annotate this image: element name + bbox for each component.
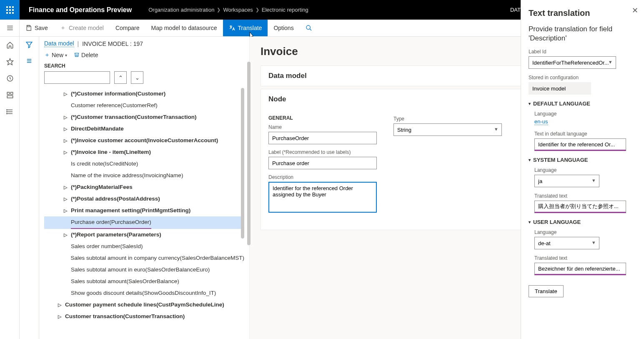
translation-subtitle: Provide translation for field 'Descripti… bbox=[529, 25, 636, 43]
system-translated-input[interactable] bbox=[534, 201, 626, 213]
tree-row[interactable]: ▷Customer payment schedule lines(CustPay… bbox=[44, 299, 244, 311]
modules-icon[interactable] bbox=[0, 103, 20, 120]
expand-icon[interactable]: ▷ bbox=[63, 193, 68, 205]
user-language-select[interactable]: de-at bbox=[534, 237, 599, 249]
expand-icon[interactable]: ▷ bbox=[63, 135, 68, 146]
svg-rect-23 bbox=[7, 92, 9, 94]
tree-row[interactable]: ▷(*)Postal address(PostalAddress) bbox=[44, 193, 244, 205]
expand-icon[interactable]: ▷ bbox=[63, 88, 68, 100]
options-button[interactable]: Options bbox=[268, 20, 299, 36]
tree-row[interactable]: ▷(*)Invoice line - item(LineItem) bbox=[44, 146, 244, 158]
home-icon[interactable] bbox=[0, 37, 20, 53]
svg-rect-1 bbox=[9, 6, 11, 8]
name-label: Name bbox=[268, 124, 377, 130]
create-model-button[interactable]: ＋ Create model bbox=[54, 20, 110, 36]
related-icon[interactable] bbox=[25, 57, 33, 66]
scrollbar-thumb[interactable] bbox=[241, 88, 244, 239]
scrollbar-thumb[interactable] bbox=[247, 62, 251, 245]
workspaces-icon[interactable] bbox=[0, 87, 20, 103]
tree-row[interactable]: Purchase order(PurchaseOrder) bbox=[44, 216, 244, 229]
expand-icon[interactable]: ▷ bbox=[63, 123, 68, 135]
filter-icon[interactable] bbox=[25, 41, 33, 50]
system-language-heading[interactable]: SYSTEM LANGUAGE bbox=[529, 157, 636, 163]
system-language-select[interactable]: ja bbox=[534, 175, 599, 187]
default-language-link[interactable]: en-us bbox=[534, 118, 548, 125]
search-row: ⌃ ⌄ bbox=[44, 71, 244, 84]
tree-row-label: Purchase order(PurchaseOrder) bbox=[71, 216, 151, 229]
search-prev-button[interactable]: ⌃ bbox=[114, 71, 127, 84]
expand-icon[interactable]: ▷ bbox=[63, 229, 68, 241]
app-launcher[interactable] bbox=[0, 0, 20, 20]
chevron-down-icon: ⌄ bbox=[135, 75, 140, 81]
recent-icon[interactable] bbox=[0, 70, 20, 87]
tree-row[interactable]: ▷(*)Customer information(Customer) bbox=[44, 88, 244, 100]
svg-rect-24 bbox=[10, 92, 13, 94]
expand-icon[interactable]: ▷ bbox=[57, 311, 63, 322]
tree-row[interactable]: ▷Print management setting(PrintMgmtSetti… bbox=[44, 205, 244, 216]
name-input[interactable] bbox=[268, 132, 377, 144]
default-language-heading[interactable]: DEFAULT LANGUAGE bbox=[529, 100, 636, 107]
search-input[interactable] bbox=[44, 71, 110, 84]
svg-rect-7 bbox=[9, 12, 11, 14]
tree-row[interactable]: Customer reference(CustomerRef) bbox=[44, 100, 244, 111]
description-textarea[interactable] bbox=[268, 182, 377, 213]
compare-button[interactable]: Compare bbox=[110, 20, 145, 36]
close-panel-button[interactable]: ✕ bbox=[632, 6, 638, 15]
save-icon bbox=[25, 25, 32, 31]
filter-rail bbox=[20, 37, 39, 339]
tree-row[interactable]: Sales subtotal amount(SalesOrderBalance) bbox=[44, 276, 244, 287]
crumb-3[interactable]: Electronic reporting bbox=[262, 7, 308, 13]
hamburger-icon[interactable] bbox=[0, 20, 20, 37]
tree-row[interactable]: ▷Customer transaction(CustomerTransactio… bbox=[44, 311, 244, 322]
translation-title: Text translation bbox=[529, 8, 636, 18]
card-title: Data model bbox=[268, 72, 307, 80]
tree-row[interactable]: ▷(*)PackingMaterialFees bbox=[44, 181, 244, 193]
svg-marker-21 bbox=[7, 59, 13, 65]
label-id-select[interactable]: IdentifierForTheReferencedOr... bbox=[529, 56, 616, 69]
map-model-button[interactable]: Map model to datasource bbox=[145, 20, 223, 36]
tree-row[interactable]: Is credit note(IsCreditNote) bbox=[44, 158, 244, 170]
tree-view[interactable]: ▷(*)Customer information(Customer)Custom… bbox=[44, 88, 244, 339]
tree-row[interactable]: Sales order number(SalesId) bbox=[44, 241, 244, 252]
translated-text-label: Translated text bbox=[534, 193, 636, 199]
tree-row[interactable]: Show goods discount details(ShowGoodsDis… bbox=[44, 287, 244, 299]
expand-icon[interactable]: ▷ bbox=[63, 205, 68, 216]
favorites-icon[interactable] bbox=[0, 53, 20, 70]
delete-button[interactable]: Delete bbox=[74, 52, 98, 59]
tree-row-label: (*)Customer information(Customer) bbox=[71, 88, 165, 100]
crumb-2[interactable]: Workspaces bbox=[223, 7, 253, 13]
label-id-label: Label Id bbox=[529, 49, 636, 55]
type-select[interactable]: String bbox=[393, 123, 502, 136]
new-button[interactable]: ＋ New ▾ bbox=[44, 51, 67, 59]
svg-rect-32 bbox=[28, 25, 30, 27]
tree-row[interactable]: ▷(*)Customer transaction(CustomerTransac… bbox=[44, 111, 244, 123]
page-search-button[interactable] bbox=[300, 20, 318, 36]
label-input[interactable] bbox=[268, 157, 377, 169]
translated-text-label: Translated text bbox=[534, 255, 636, 261]
tree-row[interactable]: ▷DirectDebitMandate bbox=[44, 123, 244, 135]
tree-row-label: DirectDebitMandate bbox=[71, 123, 124, 135]
translate-button[interactable]: Translate bbox=[223, 20, 268, 36]
user-translated-input[interactable] bbox=[534, 263, 626, 275]
expand-icon[interactable]: ▷ bbox=[63, 146, 68, 158]
save-button[interactable]: Save bbox=[20, 20, 54, 36]
expand-icon[interactable]: ▷ bbox=[57, 299, 63, 311]
compare-label: Compare bbox=[115, 25, 140, 31]
translate-action-button[interactable]: Translate bbox=[529, 285, 564, 297]
expand-icon[interactable]: ▷ bbox=[63, 181, 68, 193]
data-model-link[interactable]: Data model bbox=[44, 40, 74, 47]
user-language-heading[interactable]: USER LANGUAGE bbox=[529, 219, 636, 225]
tree-row[interactable]: ▷(*)Report parameters(Parameters) bbox=[44, 229, 244, 241]
tree-row[interactable]: ▷(*)Invoice customer account(InvoiceCust… bbox=[44, 135, 244, 146]
tree-row[interactable]: Sales subtotal amount in company currenc… bbox=[44, 252, 244, 264]
stored-in-label: Stored in configuration bbox=[529, 75, 636, 80]
crumb-1[interactable]: Organization administration bbox=[148, 7, 214, 13]
separator: | bbox=[78, 40, 79, 47]
tree-row[interactable]: Name of the invoice address(InvoicingNam… bbox=[44, 170, 244, 181]
text-default-input[interactable] bbox=[534, 138, 626, 151]
expand-icon[interactable]: ▷ bbox=[63, 111, 68, 123]
tree-row[interactable]: Sales subtotal amount in euro(SalesOrder… bbox=[44, 264, 244, 276]
search-next-button[interactable]: ⌄ bbox=[131, 71, 143, 84]
nav-rail bbox=[0, 20, 20, 339]
card-title: Node bbox=[268, 95, 286, 103]
